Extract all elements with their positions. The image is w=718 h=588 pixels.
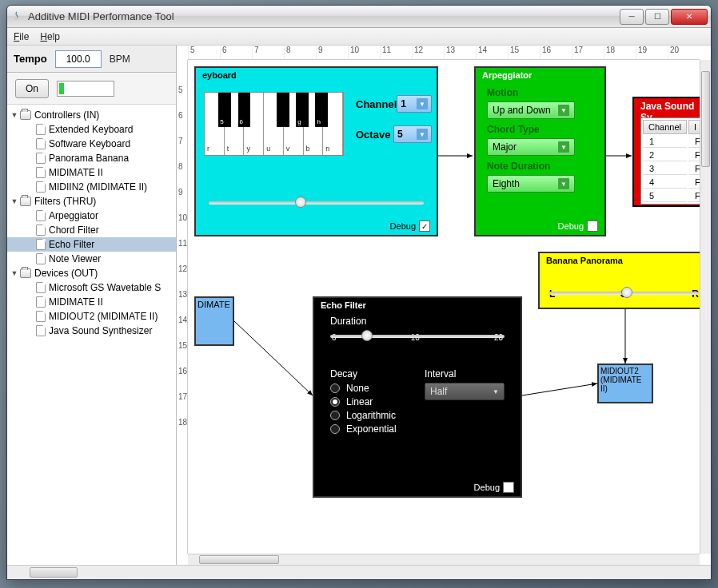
interval-select[interactable]: Half▼ [425,383,505,400]
midiout-node[interactable]: MIDIOUT2 (MIDIMATE II) [597,364,653,403]
tree-item: Software Keyboard [7,137,176,151]
close-button[interactable]: ✕ [671,9,708,25]
tree-item-selected: Echo Filter [7,237,176,252]
channel-label: Channel [356,98,397,110]
debug-label: Debug [390,221,416,231]
echo-duration-slider[interactable]: 01020 [330,333,505,360]
chevron-down-icon: ▼ [558,141,569,153]
chord-label: Chord Type [487,124,593,135]
black-key[interactable]: g [296,93,309,127]
tree-item: Microsoft GS Wavetable S [7,280,176,295]
window-scroll-h[interactable] [7,565,711,579]
debug-label: Debug [474,483,500,492]
decay-linear[interactable]: Linear [330,396,401,407]
chord-select[interactable]: Major▼ [487,138,575,156]
duration-select[interactable]: Eighth▼ [487,175,575,193]
menu-help[interactable]: Help [40,31,60,42]
channel-select[interactable]: 1▼ [397,95,432,113]
node-title: Echo Filter [314,298,521,312]
duration-label: Note Duration [487,161,593,172]
interval-label: Interval [425,368,505,379]
debug-checkbox[interactable]: ✓ [503,482,514,493]
menu-file[interactable]: File [14,31,29,42]
decay-log[interactable]: Logarithmic [330,410,401,421]
tree-item: Note Viewer [7,252,176,266]
tree-group-filters: ▼Filters (THRU) [7,194,176,209]
tree-group-devices: ▼Devices (OUT) [7,266,176,280]
black-key[interactable]: 5 [218,93,231,127]
svg-line-2 [234,321,313,395]
tree-item: Java Sound Synthesizer [7,324,176,338]
motion-label: Motion [487,87,593,98]
tree-item: Arpeggiator [7,209,176,223]
decay-exp[interactable]: Exponential [330,423,401,435]
black-key[interactable]: 6 [238,93,251,127]
echo-node[interactable]: Echo Filter Duration 01020 Decay None Li… [313,296,522,498]
titlebar[interactable]: Additive MIDI Performance Tool ─ ☐ ✕ [7,6,711,28]
debug-label: Debug [558,221,584,231]
chevron-down-icon: ▼ [558,105,569,116]
debug-checkbox[interactable]: ✓ [419,220,430,232]
arpeggiator-node[interactable]: Arpeggiator Motion Up and Down▼ Chord Ty… [474,66,606,236]
keyboard-slider[interactable] [209,197,424,208]
node-title: Banana Panorama [540,253,700,268]
tree-item: MIDIOUT2 (MIDIMATE II) [7,309,176,324]
on-button[interactable]: On [15,79,49,98]
tree-item: Extended Keyboard [7,122,176,137]
java-icon [10,10,23,23]
canvas-scroll-v[interactable] [700,60,711,554]
tempo-input[interactable] [55,50,102,68]
bpm-label: BPM [110,54,130,65]
midimate-in-node[interactable]: DIMATE [194,296,234,346]
ruler-vertical: 56789101112131415161718 [177,60,188,554]
node-title: Arpeggiator [476,68,604,82]
level-meter [57,81,114,97]
motion-select[interactable]: Up and Down▼ [487,101,575,119]
tempo-row: Tempo BPM [7,46,176,73]
chevron-down-icon: ▼ [417,129,428,140]
banana-node[interactable]: Banana Panorama LCR [538,252,700,309]
menubar: File Help [7,28,711,46]
node-title: eyboard [196,68,437,82]
black-key[interactable]: h [315,93,328,127]
black-key[interactable] [277,93,289,127]
synth-table[interactable]: ChannelI 1F 2F 3F 4F 5F [640,117,700,205]
decay-label: Decay [330,368,401,379]
tree-item: MIDIIN2 (MIDIMATE II) [7,180,176,194]
tree-item: MIDIMATE II [7,295,176,309]
chevron-down-icon: ▼ [493,388,499,395]
tree-view[interactable]: ▼Controllers (IN) Extended Keyboard Soft… [7,105,176,565]
tree-item: MIDIMATE II [7,165,176,180]
octave-label: Octave [356,129,390,141]
java-synth-node[interactable]: Java Sound Sy ChannelI 1F 2F 3F 4F 5F [632,97,700,207]
canvas[interactable]: eyboard rtyuvbn56gh Channel 1▼ Octave 5▼… [188,60,700,554]
left-panel: Tempo BPM On ▼Controllers (IN) Extended … [7,46,177,565]
debug-checkbox[interactable]: ✓ [587,220,598,232]
tree-group-controllers: ▼Controllers (IN) [7,108,176,122]
minimize-button[interactable]: ─ [620,9,644,25]
maximize-button[interactable]: ☐ [645,9,669,25]
piano-keyboard[interactable]: rtyuvbn56gh [204,92,344,156]
canvas-area[interactable]: ◄ ◄ 567891011121314151617181920 56789101… [177,46,711,565]
canvas-scroll-h[interactable] [188,554,700,565]
pan-slider[interactable] [549,287,699,298]
keyboard-node[interactable]: eyboard rtyuvbn56gh Channel 1▼ Octave 5▼… [194,66,438,236]
tree-item: Panorama Banana [7,151,176,165]
svg-line-3 [522,383,597,395]
chevron-down-icon: ▼ [558,178,569,189]
app-window: Additive MIDI Performance Tool ─ ☐ ✕ Fil… [6,5,712,580]
tempo-label: Tempo [14,53,47,65]
window-title: Additive MIDI Performance Tool [28,10,618,22]
octave-select[interactable]: 5▼ [393,125,432,143]
chevron-down-icon: ▼ [417,98,428,109]
tree-item: Chord Filter [7,223,176,237]
ruler-horizontal: 567891011121314151617181920 [188,46,700,60]
duration-label: Duration [330,316,505,327]
decay-none[interactable]: None [330,383,401,394]
